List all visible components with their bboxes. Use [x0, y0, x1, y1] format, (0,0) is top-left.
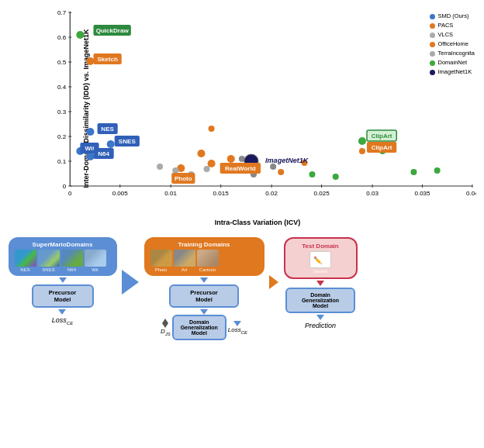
- point-snes: [107, 140, 115, 148]
- point-clipart-oh: [359, 148, 365, 154]
- arrow-down-test: [316, 281, 324, 286]
- orange-arrow-right: [269, 275, 278, 289]
- main-container: Inter-Domain Dissimilarity (IDD) vs. Ima…: [0, 0, 484, 448]
- test-thumb-label: Sketch: [313, 269, 327, 274]
- svg-text:0.2: 0.2: [57, 133, 67, 140]
- svg-text:0.5: 0.5: [57, 59, 67, 66]
- arrow-down-dg2: [316, 315, 324, 320]
- svg-text:0.4: 0.4: [57, 84, 67, 91]
- point-scatter-1: [209, 126, 215, 132]
- chart-section: Inter-Domain Dissimilarity (IDD) vs. Ima…: [0, 0, 484, 233]
- training-title: Training Domains: [150, 241, 258, 248]
- thumb-n64: [61, 250, 83, 267]
- thumb-label-photo: Photo: [155, 267, 168, 272]
- svg-text:0.035: 0.035: [414, 190, 430, 197]
- training-box: Training Domains Photo Art Cartoon: [144, 237, 264, 276]
- test-thumb-container: ✏️ Sketch: [292, 251, 350, 274]
- djs-label: DJS: [161, 328, 171, 336]
- svg-text:ImagetNet1K: ImagetNet1K: [265, 157, 309, 164]
- dg-model-2: DomainGeneralizationModel: [285, 288, 355, 313]
- arrow-down-training: [200, 277, 208, 283]
- point-vlcs-4: [204, 166, 210, 172]
- smd-box: SuperMarioDomains NES SNES N64: [9, 237, 117, 276]
- svg-text:Photo: Photo: [175, 175, 192, 182]
- point-art: [197, 150, 205, 157]
- thumb-label-snes: SNES: [42, 267, 54, 272]
- big-arrow-container: [122, 251, 139, 313]
- svg-text:0.01: 0.01: [164, 190, 177, 197]
- point-dn-4: [434, 167, 441, 174]
- svg-text:0.1: 0.1: [57, 158, 67, 165]
- thumb-snes: [38, 250, 60, 267]
- arrow-down-dg1: [233, 321, 241, 326]
- diagram-section: SuperMarioDomains NES SNES N64: [0, 233, 484, 448]
- svg-text:✏️: ✏️: [313, 256, 323, 265]
- smd-thumb-row: NES SNES N64 Wii: [15, 250, 111, 272]
- point-terra-3: [270, 164, 276, 170]
- arrow-down-pm1: [58, 309, 66, 315]
- loss-ce-2-label: LossCE: [228, 326, 247, 335]
- point-realworld: [227, 155, 235, 163]
- training-thumb-row: Photo Art Cartoon: [150, 250, 258, 272]
- thumb-photo: [150, 250, 172, 267]
- point-vlcs-2: [172, 167, 178, 174]
- arrow-down-pm2: [200, 309, 208, 315]
- svg-text:N64: N64: [98, 150, 109, 157]
- svg-text:0.03: 0.03: [366, 190, 379, 197]
- thumb-nes: [15, 250, 36, 267]
- test-title: Test Domain: [292, 243, 350, 250]
- chart-svg: 0 0.1 0.2 0.3 0.4 0.5 0.6 0.7 0: [39, 8, 476, 209]
- big-arrow-right: [122, 270, 139, 295]
- thumb-label-nes: NES: [20, 267, 29, 272]
- svg-text:NES: NES: [101, 126, 114, 133]
- svg-text:0.3: 0.3: [57, 109, 67, 115]
- orange-arrow-container: [269, 251, 278, 313]
- chart-area: Inter-Domain Dissimilarity (IDD) vs. Ima…: [39, 8, 476, 209]
- svg-text:0: 0: [63, 183, 67, 190]
- svg-text:ClipArt: ClipArt: [372, 144, 392, 151]
- point-vlcs-1: [157, 164, 163, 170]
- point-oh-2: [278, 169, 284, 175]
- svg-text:Wii: Wii: [85, 145, 94, 152]
- dg-model-1: DomainGeneralizationModel: [172, 315, 226, 340]
- svg-text:0.7: 0.7: [57, 9, 67, 16]
- x-axis-label: Intra-Class Variation (ICV): [215, 219, 301, 226]
- thumb-label-wii: Wii: [92, 267, 98, 272]
- svg-text:ClipArt: ClipArt: [372, 133, 392, 140]
- svg-text:0.04: 0.04: [466, 190, 476, 197]
- svg-text:SNES: SNES: [119, 138, 137, 145]
- thumb-label-n64: N64: [67, 267, 76, 272]
- loss-ce-label: LossCE: [52, 316, 73, 326]
- arrow-down-smd: [59, 277, 67, 283]
- training-column: Training Domains Photo Art Cartoon: [142, 237, 266, 340]
- point-dn-1: [309, 171, 315, 177]
- point-quickdraw: [76, 31, 84, 39]
- point-sketch: [86, 57, 94, 65]
- svg-text:RealWorld: RealWorld: [225, 165, 256, 172]
- thumb-wii: [85, 250, 106, 267]
- svg-text:0.02: 0.02: [265, 190, 278, 197]
- svg-text:0: 0: [68, 190, 72, 197]
- point-clipart-dn: [358, 137, 366, 145]
- point-nes: [86, 128, 94, 136]
- precursor-model-2: PrecursorModel: [169, 284, 239, 308]
- point-dn-2: [333, 174, 339, 180]
- precursor-model-1: PrecursorModel: [32, 284, 94, 308]
- prediction-label: Prediction: [305, 322, 336, 329]
- thumb-cartoon: [197, 250, 219, 267]
- svg-text:QuickDraw: QuickDraw: [96, 27, 130, 34]
- svg-text:0.6: 0.6: [57, 34, 67, 41]
- svg-text:0.005: 0.005: [112, 190, 129, 197]
- thumb-label-cartoon: Cartoon: [199, 267, 216, 272]
- point-dn-3: [410, 169, 417, 175]
- test-box: Test Domain ✏️ Sketch: [284, 237, 358, 279]
- svg-text:Sketch: Sketch: [97, 56, 117, 63]
- point-cartoon: [208, 160, 216, 167]
- svg-text:0.025: 0.025: [314, 190, 330, 197]
- smd-column: SuperMarioDomains NES SNES N64: [6, 237, 119, 326]
- thumb-art: [174, 250, 195, 267]
- test-column: Test Domain ✏️ Sketch Domai: [282, 237, 359, 329]
- smd-title: SuperMarioDomains: [15, 241, 111, 248]
- thumb-sketch: ✏️: [309, 251, 331, 268]
- svg-text:0.015: 0.015: [213, 190, 230, 197]
